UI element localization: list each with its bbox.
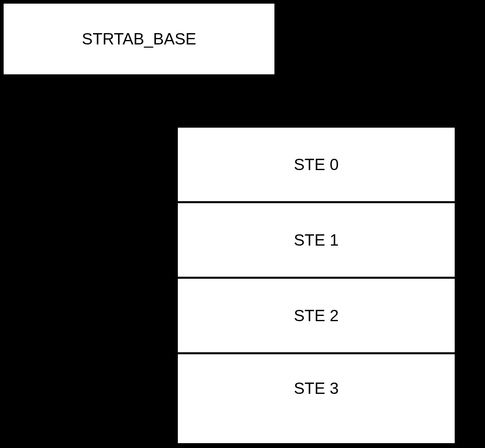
ste-row-3: STE 3 xyxy=(178,354,455,443)
diagram-canvas: STRTAB_BASE STE 0 STE 1 STE 2 STE 3 xyxy=(0,0,485,448)
ste-row-label: STE 3 xyxy=(294,379,339,398)
ste-row-label: STE 2 xyxy=(294,307,339,325)
strtab-base-label: STRTAB_BASE xyxy=(82,30,196,48)
ste-table: STE 0 STE 1 STE 2 STE 3 xyxy=(176,126,457,445)
ste-row-label: STE 0 xyxy=(294,156,339,174)
ste-row-label: STE 1 xyxy=(294,231,339,249)
strtab-base-box: STRTAB_BASE xyxy=(2,2,276,76)
ste-row-0: STE 0 xyxy=(178,128,455,203)
ste-row-1: STE 1 xyxy=(178,203,455,279)
ste-row-2: STE 2 xyxy=(178,279,455,354)
